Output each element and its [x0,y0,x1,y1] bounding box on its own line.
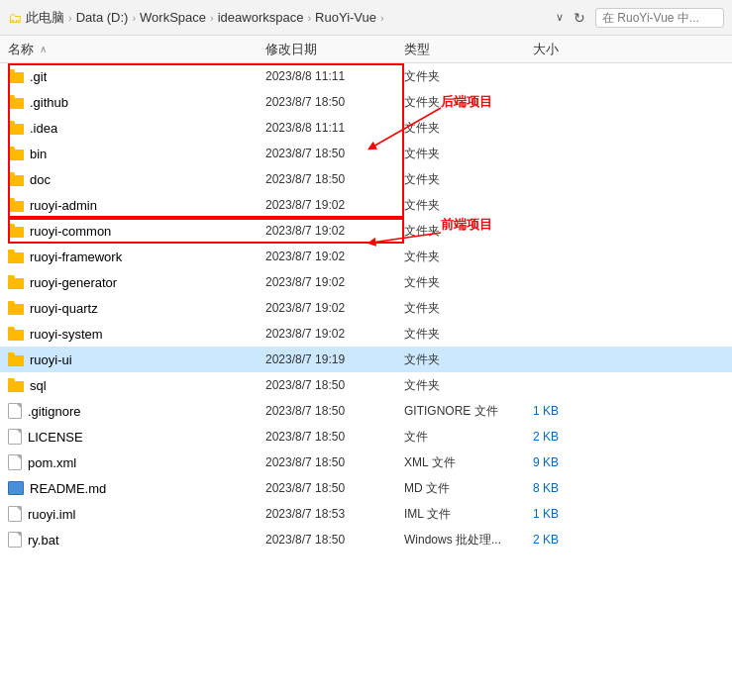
breadcrumb-workspace[interactable]: WorkSpace [140,10,206,25]
address-bar-actions: ∨ ↻ [556,8,724,28]
table-row[interactable]: LICENSE 2023/8/7 18:50 文件 2 KB [0,424,732,450]
table-row[interactable]: README.md 2023/8/7 18:50 MD 文件 8 KB [0,475,732,501]
file-name: .git [30,69,47,84]
file-name-cell: .idea [8,121,265,136]
file-name-cell: bin [8,147,265,161]
search-input[interactable] [595,8,724,28]
file-icon [8,506,22,522]
folder-icon [8,69,24,83]
table-row[interactable]: ruoyi-framework 2023/8/7 19:02 文件夹 [0,244,732,269]
file-type: Windows 批处理... [404,532,533,549]
file-date: 2023/8/7 19:02 [265,250,404,263]
file-name: ruoyi-system [30,327,103,342]
file-date: 2023/8/7 18:50 [265,533,404,547]
breadcrumb-ruoyivue[interactable]: RuoYi-Vue [315,10,376,25]
file-date: 2023/8/7 19:02 [265,301,404,315]
file-name-cell: ruoyi-common [8,224,265,239]
dropdown-arrow[interactable]: ∨ [556,11,564,24]
file-name: .gitignore [28,404,80,419]
file-date: 2023/8/7 18:50 [265,481,404,495]
file-name-cell: ruoyi-admin [8,198,265,213]
file-type: MD 文件 [404,480,533,497]
col-type-header[interactable]: 类型 [404,41,533,58]
file-date: 2023/8/7 18:53 [265,507,404,521]
file-type: 文件夹 [404,351,533,368]
file-date: 2023/8/7 19:02 [265,275,404,289]
file-name-cell: ruoyi-system [8,327,265,342]
file-type: 文件夹 [404,326,533,343]
breadcrumb-ideaworkspace[interactable]: ideaworkspace [218,10,304,25]
table-row[interactable]: doc 2023/8/7 18:50 文件夹 [0,166,732,192]
file-name-cell: .git [8,69,265,84]
file-name-cell: ruoyi-quartz [8,301,265,316]
file-name: ruoyi-framework [30,250,122,264]
file-name-cell: .gitignore [8,403,265,419]
file-date: 2023/8/8 11:11 [265,121,404,135]
refresh-button[interactable]: ↻ [570,8,589,28]
file-name-cell: ry.bat [8,532,265,548]
file-name: doc [30,172,51,187]
file-type: XML 文件 [404,454,533,471]
file-size: 1 KB [533,507,612,521]
file-size: 2 KB [533,430,612,444]
file-type: 文件 [404,429,533,446]
breadcrumb-d[interactable]: Data (D:) [76,10,129,25]
file-type: 文件夹 [404,68,533,85]
table-row[interactable]: ruoyi-system 2023/8/7 19:02 文件夹 [0,321,732,347]
folder-icon [8,224,24,238]
file-name-cell: README.md [8,481,265,496]
file-name: ruoyi-admin [30,198,97,213]
table-row[interactable]: .git 2023/8/8 11:11 文件夹 [0,63,732,89]
file-date: 2023/8/7 18:50 [265,404,404,418]
col-size-header[interactable]: 大小 [533,41,612,58]
table-row[interactable]: .gitignore 2023/8/7 18:50 GITIGNORE 文件 1… [0,398,732,424]
sort-arrow: ∧ [40,44,47,54]
table-row[interactable]: ruoyi-common 2023/8/7 19:02 文件夹 [0,218,732,244]
folder-icon [8,172,24,186]
breadcrumb-sep5: › [380,12,384,24]
file-date: 2023/8/7 18:50 [265,172,404,186]
file-icon [8,403,22,419]
file-name: .github [30,95,68,110]
file-name-cell: doc [8,172,265,187]
table-row[interactable]: .github 2023/8/7 18:50 文件夹 [0,89,732,115]
file-date: 2023/8/7 18:50 [265,430,404,444]
file-date: 2023/8/7 18:50 [265,147,404,160]
file-name: ruoyi.iml [28,507,75,522]
table-row[interactable]: ruoyi-ui 2023/8/7 19:19 文件夹 [0,347,732,372]
table-row[interactable]: ruoyi.iml 2023/8/7 18:53 IML 文件 1 KB [0,501,732,527]
file-date: 2023/8/7 19:02 [265,224,404,238]
col-date-header[interactable]: 修改日期 [265,41,404,58]
file-name: README.md [30,481,106,496]
table-row[interactable]: ruoyi-quartz 2023/8/7 19:02 文件夹 [0,295,732,321]
file-date: 2023/8/7 19:19 [265,352,404,366]
table-row[interactable]: ruoyi-generator 2023/8/7 19:02 文件夹 [0,269,732,295]
table-row[interactable]: bin 2023/8/7 18:50 文件夹 [0,141,732,166]
breadcrumb-pc[interactable]: 此电脑 [26,9,64,27]
address-bar: 🗂 此电脑 › Data (D:) › WorkSpace › ideawork… [0,0,732,36]
file-type: 文件夹 [404,223,533,240]
file-name: LICENSE [28,430,83,445]
file-type: 文件夹 [404,197,533,214]
folder-icon [8,301,24,315]
file-type: 文件夹 [404,249,533,265]
file-type: 文件夹 [404,94,533,111]
folder-icon [8,198,24,212]
table-row[interactable]: .idea 2023/8/8 11:11 文件夹 [0,115,732,141]
col-name-header[interactable]: 名称 ∧ [8,41,265,58]
file-size: 9 KB [533,455,612,469]
breadcrumb: 此电脑 › Data (D:) › WorkSpace › ideaworksp… [26,9,386,27]
file-icon [8,532,22,548]
table-row[interactable]: sql 2023/8/7 18:50 文件夹 [0,372,732,398]
folder-icon [8,95,24,109]
table-row[interactable]: pom.xml 2023/8/7 18:50 XML 文件 9 KB [0,450,732,475]
folder-icon [8,250,24,263]
file-name: ry.bat [28,533,59,548]
table-row[interactable]: ry.bat 2023/8/7 18:50 Windows 批处理... 2 K… [0,527,732,552]
breadcrumb-sep1: › [68,12,72,24]
file-name-cell: ruoyi.iml [8,506,265,522]
table-row[interactable]: ruoyi-admin 2023/8/7 19:02 文件夹 [0,192,732,218]
file-list-area: .git 2023/8/8 11:11 文件夹 .github 2023/8/7… [0,63,732,672]
file-type: GITIGNORE 文件 [404,403,533,420]
file-name-cell: .github [8,95,265,110]
